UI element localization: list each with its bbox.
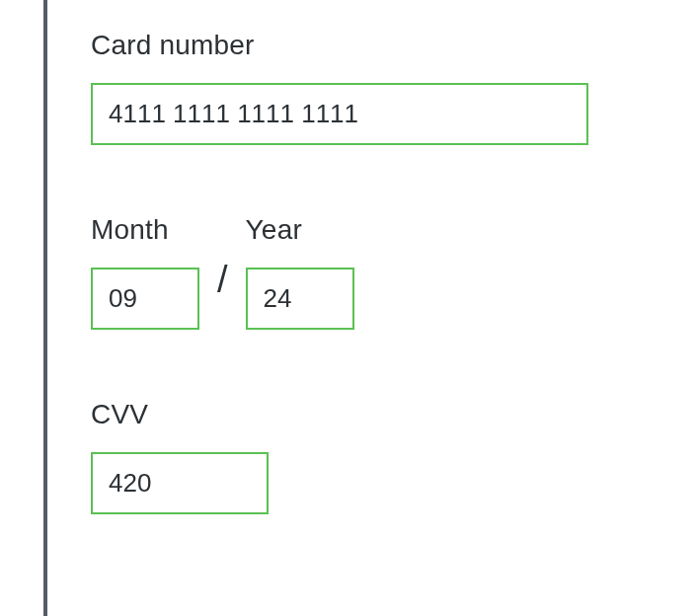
cvv-label: CVV: [91, 399, 634, 430]
year-label: Year: [246, 214, 354, 246]
payment-form: Card number Month / Year CVV: [91, 30, 634, 583]
cvv-group: CVV: [91, 399, 634, 514]
expiry-group: Month / Year: [91, 214, 634, 330]
expiry-row: Month / Year: [91, 214, 634, 330]
year-input[interactable]: [246, 268, 354, 330]
card-number-label: Card number: [91, 30, 634, 61]
month-input[interactable]: [91, 268, 199, 330]
card-number-input[interactable]: [91, 83, 588, 145]
expiry-separator: /: [217, 261, 228, 298]
month-label: Month: [91, 214, 199, 246]
vertical-divider: [43, 0, 47, 616]
cvv-input[interactable]: [91, 452, 269, 514]
card-number-group: Card number: [91, 30, 634, 145]
expiry-month-col: Month: [91, 214, 199, 330]
expiry-year-col: Year: [246, 214, 354, 330]
